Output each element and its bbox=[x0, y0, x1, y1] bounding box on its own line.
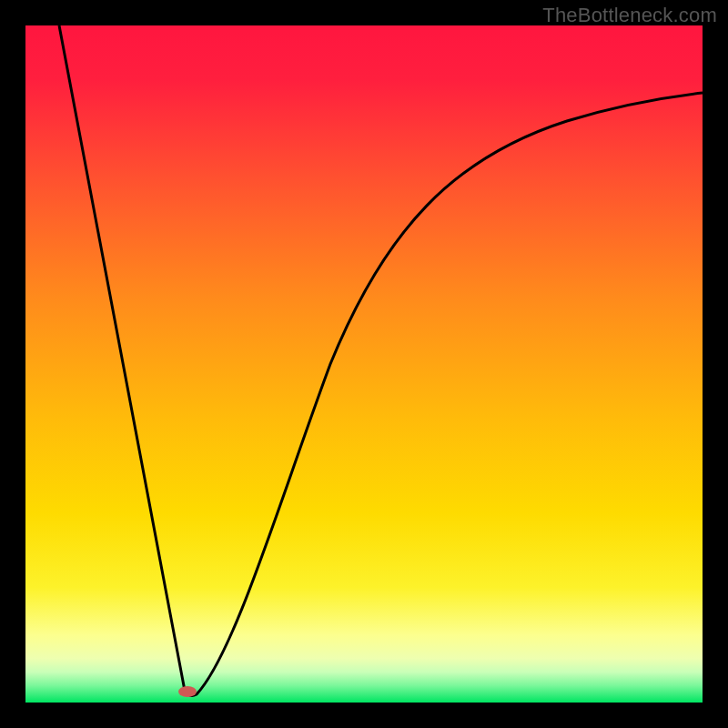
watermark-text: TheBottleneck.com bbox=[542, 4, 717, 27]
chart-frame bbox=[25, 25, 703, 703]
gradient-background bbox=[25, 25, 703, 703]
chart-svg bbox=[25, 25, 703, 703]
trough-marker bbox=[178, 686, 197, 697]
